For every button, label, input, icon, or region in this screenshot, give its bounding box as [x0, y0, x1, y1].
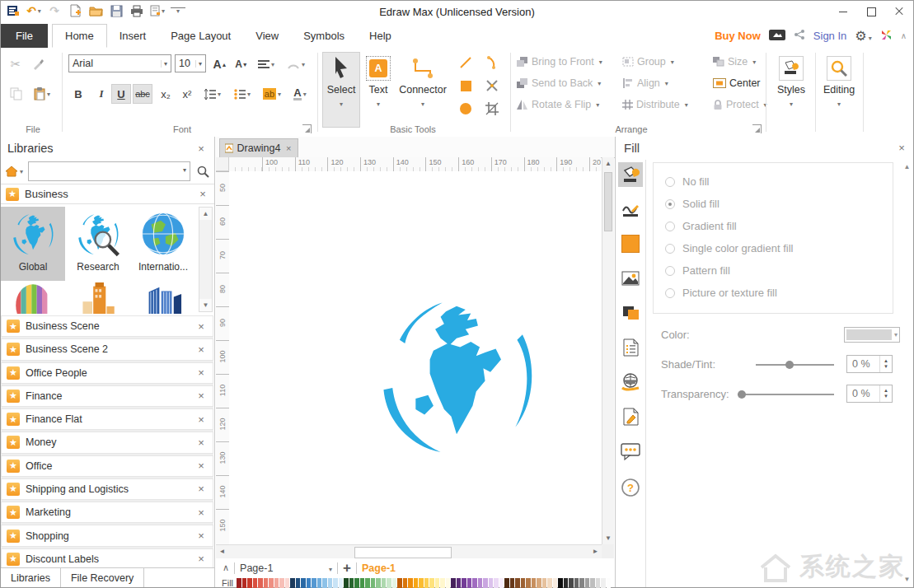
color-picker[interactable]: [844, 327, 900, 343]
palette-swatch[interactable]: [494, 578, 499, 588]
palette-swatch[interactable]: [397, 578, 402, 588]
maximize-button[interactable]: [857, 1, 885, 22]
palette-swatch[interactable]: [322, 578, 327, 588]
crop-tool-icon[interactable]: [482, 99, 502, 119]
close-icon[interactable]: [196, 188, 209, 201]
rotate-flip-button[interactable]: Rotate & Flip: [517, 96, 622, 114]
palette-swatch[interactable]: [371, 578, 376, 588]
close-icon[interactable]: [195, 436, 208, 449]
transparency-spinner[interactable]: 0 %▲▼: [846, 385, 893, 403]
option-pattern-fill[interactable]: Pattern fill: [665, 264, 730, 277]
styles-button[interactable]: Styles: [772, 52, 810, 128]
palette-swatch[interactable]: [279, 578, 284, 588]
library-item[interactable]: Business Scene: [1, 315, 213, 337]
shape-global[interactable]: Global: [1, 207, 65, 281]
library-item[interactable]: Finance Flat: [1, 408, 213, 430]
help-icon[interactable]: ?: [618, 475, 643, 500]
palette-swatch[interactable]: [435, 578, 440, 588]
close-libraries-panel-icon[interactable]: [195, 142, 208, 155]
shade-tint-spinner[interactable]: 0 %▲▼: [846, 355, 893, 373]
thumbnails-scrollbar[interactable]: ▲ ▼: [199, 207, 213, 312]
shape-international[interactable]: Internatio...: [131, 207, 195, 281]
font-size-select[interactable]: 10: [175, 54, 206, 72]
close-fill-panel-icon[interactable]: [895, 141, 908, 154]
page-dropdown-caret-icon[interactable]: [329, 562, 332, 574]
cut-icon[interactable]: ✂: [6, 54, 26, 74]
palette-swatch[interactable]: [408, 578, 413, 588]
align-text-icon[interactable]: [253, 54, 279, 74]
canvas-vertical-scrollbar[interactable]: ▲ ▼: [602, 157, 614, 544]
tab-insert[interactable]: Insert: [107, 24, 159, 48]
minimize-button[interactable]: [829, 1, 857, 22]
palette-swatch[interactable]: [596, 578, 601, 588]
close-icon[interactable]: [195, 343, 208, 356]
underline-icon[interactable]: U: [111, 84, 131, 104]
close-icon[interactable]: [195, 413, 208, 426]
library-item[interactable]: Shipping and Logistics: [1, 478, 213, 500]
search-icon[interactable]: [193, 162, 213, 180]
palette-swatch[interactable]: [521, 578, 526, 588]
library-item[interactable]: Marketing: [1, 502, 213, 523]
add-page-button[interactable]: +: [343, 560, 351, 576]
scroll-up-icon[interactable]: ▲: [901, 161, 913, 173]
radio-icon[interactable]: [665, 222, 675, 231]
select-tool-button[interactable]: Select: [322, 52, 360, 128]
tab-symbols[interactable]: Symbols: [291, 24, 357, 48]
shape-buildings[interactable]: [66, 282, 130, 314]
palette-swatch[interactable]: [607, 578, 612, 588]
library-item[interactable]: Finance: [1, 385, 213, 407]
close-icon[interactable]: [195, 530, 208, 543]
option-gradient-fill[interactable]: Gradient fill: [665, 220, 737, 232]
scrollbar-thumb[interactable]: [604, 172, 612, 231]
buy-now-link[interactable]: Buy Now: [715, 30, 761, 42]
scroll-down-icon[interactable]: ▼: [901, 574, 913, 586]
palette-swatch[interactable]: [478, 578, 483, 588]
palette-swatch[interactable]: [354, 578, 359, 588]
group-button[interactable]: Group: [622, 53, 713, 71]
palette-swatch[interactable]: [537, 578, 541, 588]
shape-skyscrapers[interactable]: [131, 282, 195, 314]
connector-tool-button[interactable]: Connector: [396, 52, 449, 128]
library-item[interactable]: Office: [1, 455, 213, 477]
media-share-icon[interactable]: [769, 29, 785, 44]
document-tab-drawing4[interactable]: Drawing4: [219, 138, 298, 157]
radio-icon[interactable]: [665, 199, 675, 209]
library-item[interactable]: Business Scene 2: [1, 338, 213, 360]
palette-swatch[interactable]: [564, 578, 569, 588]
radio-icon[interactable]: [665, 244, 675, 254]
arc-tool-icon[interactable]: [482, 53, 502, 72]
note-icon[interactable]: [618, 404, 643, 429]
palette-swatch[interactable]: [532, 578, 537, 588]
collapse-ribbon-icon[interactable]: ∧: [901, 31, 907, 40]
palette-swatch[interactable]: [365, 578, 370, 588]
ellipse-tool-icon[interactable]: [456, 99, 476, 119]
palette-swatch[interactable]: [462, 578, 466, 588]
palette-swatch[interactable]: [574, 578, 579, 588]
comment-icon[interactable]: [618, 439, 643, 464]
page-tab-active[interactable]: Page-1: [362, 562, 396, 574]
palette-swatch[interactable]: [424, 578, 429, 588]
palette-swatch[interactable]: [344, 578, 349, 588]
text-arc-icon[interactable]: [283, 54, 309, 74]
italic-icon[interactable]: I: [91, 84, 111, 104]
superscript-icon[interactable]: x²: [177, 84, 197, 104]
transparency-slider[interactable]: [738, 394, 834, 395]
tab-view[interactable]: View: [243, 24, 291, 48]
palette-swatch[interactable]: [419, 578, 424, 588]
palette-swatch[interactable]: [547, 578, 552, 588]
option-no-fill[interactable]: No fill: [665, 175, 710, 188]
palette-swatch[interactable]: [307, 578, 312, 588]
canvas-horizontal-scrollbar[interactable]: ◄ ►: [216, 544, 602, 558]
palette-swatch[interactable]: [274, 578, 279, 588]
palette-swatch[interactable]: [515, 578, 520, 588]
close-icon[interactable]: [195, 506, 208, 519]
palette-swatch[interactable]: [403, 578, 408, 588]
text-tool-button[interactable]: A Text: [362, 52, 395, 128]
close-icon[interactable]: [195, 366, 208, 380]
radio-icon[interactable]: [665, 288, 675, 298]
pinwheel-logo-icon[interactable]: [880, 29, 893, 44]
palette-swatch[interactable]: [301, 578, 306, 588]
collapse-pages-icon[interactable]: ∧: [223, 562, 229, 573]
library-home-icon[interactable]: [2, 162, 26, 180]
scroll-down-icon[interactable]: ▼: [199, 299, 212, 311]
